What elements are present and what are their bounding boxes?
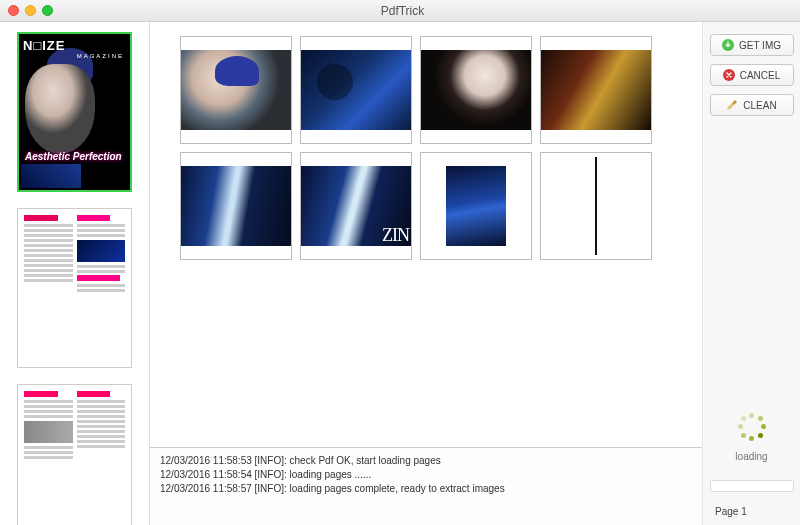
- log-line: 12/03/2016 11:58:54 [INFO]: loading page…: [160, 468, 692, 482]
- image-grid: [180, 36, 672, 260]
- extracted-image-3[interactable]: [420, 36, 532, 144]
- action-toolbar: GET IMG CANCEL CLEAN loading Page 1: [702, 22, 800, 525]
- broom-icon: [726, 99, 738, 111]
- log-panel[interactable]: 12/03/2016 11:58:53 [INFO]: check Pdf OK…: [150, 447, 702, 525]
- cancel-button[interactable]: CANCEL: [710, 64, 794, 86]
- extracted-image-2[interactable]: [300, 36, 412, 144]
- app-frame: N□IZE MAGAZINE Aesthetic Perfection: [0, 22, 800, 525]
- image-grid-area[interactable]: [150, 22, 702, 447]
- clean-button[interactable]: CLEAN: [710, 94, 794, 116]
- loading-label: loading: [735, 451, 767, 462]
- cover-logo: N□IZE: [23, 38, 126, 53]
- get-img-button[interactable]: GET IMG: [710, 34, 794, 56]
- extracted-image-7[interactable]: [420, 152, 532, 260]
- extracted-image-8[interactable]: [540, 152, 652, 260]
- page-thumbnail-sidebar[interactable]: N□IZE MAGAZINE Aesthetic Perfection: [0, 22, 150, 525]
- page-thumb-2[interactable]: [17, 208, 132, 368]
- cover-headline: Aesthetic Perfection: [25, 151, 122, 162]
- log-line: 12/03/2016 11:58:57 [INFO]: loading page…: [160, 482, 692, 496]
- main-panel: 12/03/2016 11:58:53 [INFO]: check Pdf OK…: [150, 22, 702, 525]
- window-title: PdfTrick: [13, 4, 792, 18]
- cancel-label: CANCEL: [740, 70, 781, 81]
- extracted-image-6[interactable]: [300, 152, 412, 260]
- loading-spinner-icon: [738, 413, 766, 441]
- page-indicator: Page 1: [709, 506, 747, 517]
- page-thumb-1[interactable]: N□IZE MAGAZINE Aesthetic Perfection: [17, 32, 132, 192]
- download-icon: [722, 39, 734, 51]
- get-img-label: GET IMG: [739, 40, 781, 51]
- cancel-icon: [723, 69, 735, 81]
- titlebar: PdfTrick: [0, 0, 800, 22]
- extracted-image-5[interactable]: [180, 152, 292, 260]
- log-line: 12/03/2016 11:58:53 [INFO]: check Pdf OK…: [160, 454, 692, 468]
- page-thumb-3[interactable]: [17, 384, 132, 525]
- extracted-image-1[interactable]: [180, 36, 292, 144]
- clean-label: CLEAN: [743, 100, 776, 111]
- extracted-image-4[interactable]: [540, 36, 652, 144]
- progress-bar: [710, 480, 794, 492]
- cover-sublogo: MAGAZINE: [77, 53, 124, 59]
